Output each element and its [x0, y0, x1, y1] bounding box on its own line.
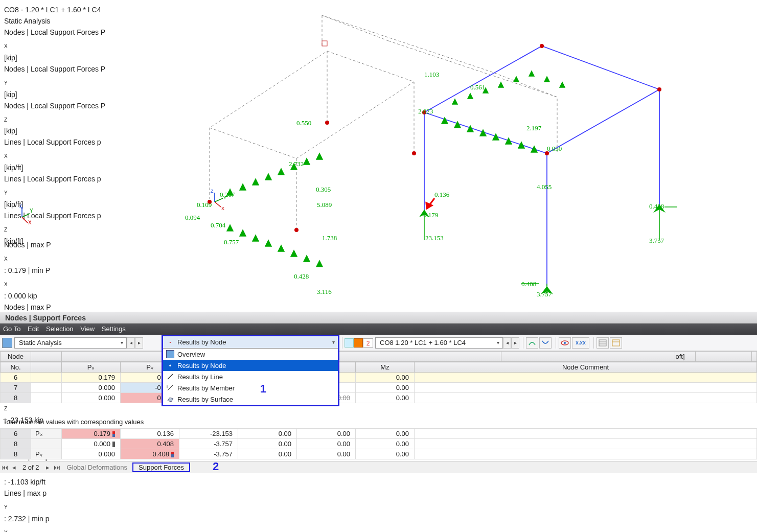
- bar-icon: [112, 431, 115, 437]
- tab-support-forces[interactable]: Support Forces: [132, 462, 190, 472]
- page-info: 2 of 2: [18, 464, 43, 471]
- svg-marker-40: [316, 153, 323, 159]
- svg-marker-43: [253, 235, 259, 241]
- col-px[interactable]: Pₓ: [62, 362, 121, 373]
- svg-rect-90: [322, 41, 327, 46]
- col-no[interactable]: No.: [1, 362, 31, 373]
- svg-text:0.408: 0.408: [521, 280, 536, 288]
- table-row[interactable]: 8 Pᵧ 0.000 0.408 -3.757 0.00 0.00 0.00: [1, 449, 757, 459]
- svg-text:0.094: 0.094: [185, 214, 200, 221]
- line-icon: [166, 373, 174, 381]
- tool-btn-b[interactable]: [539, 337, 552, 349]
- analysis-icon[interactable]: [2, 338, 12, 348]
- table-row[interactable]: 8 0.000 0.408 -3.757 0.00 0.00 0.00: [1, 439, 757, 449]
- col-node[interactable]: Node: [1, 352, 31, 362]
- col-mz2[interactable]: Mz: [356, 362, 415, 373]
- svg-point-14: [325, 121, 329, 125]
- loadcase-select[interactable]: CO8 1.20 * LC1 + 1.60 * LC4 ▾: [375, 337, 503, 349]
- tool-btn-a[interactable]: [526, 337, 538, 349]
- next-analysis-button[interactable]: ▸: [135, 337, 143, 349]
- svg-point-15: [412, 151, 416, 155]
- table-row[interactable]: 6 Pₓ 0.179 0.136 -23.153 0.00 0.00 0.00: [1, 429, 757, 439]
- sum-line: Lines | max pY : 2.732 | min pY : -0.428…: [4, 488, 53, 532]
- svg-marker-47: [304, 256, 310, 262]
- tool-btn-xxx[interactable]: x.xx: [572, 337, 589, 349]
- table-row[interactable]: 8 0.000 0.408 -3.757 0.00 0.00 0.00: [1, 393, 757, 403]
- svg-text:0.179: 0.179: [423, 211, 438, 219]
- bar-icon: [112, 442, 115, 447]
- loadcase-color2-icon: [354, 338, 363, 348]
- prev-loadcase-button[interactable]: ◂: [503, 337, 511, 349]
- menu-settings[interactable]: Settings: [102, 325, 126, 333]
- bar-icon: [171, 452, 174, 457]
- col-comment[interactable]: [752, 352, 757, 362]
- col-mz[interactable]: [696, 352, 752, 362]
- tool-btn-grid2[interactable]: [610, 337, 622, 349]
- svg-marker-36: [265, 174, 271, 180]
- tool-btn-eye[interactable]: [559, 337, 571, 349]
- nav-first-button[interactable]: ⏮: [0, 464, 9, 471]
- svg-text:3.757: 3.757: [537, 290, 552, 298]
- analysis-select[interactable]: Static Analysis ▾: [14, 337, 127, 349]
- table-row[interactable]: 6 0.179 0.136 0.00: [1, 373, 757, 383]
- svg-text:5.089: 5.089: [317, 201, 332, 209]
- dd-results-by-node[interactable]: • Results by Node: [163, 360, 338, 371]
- member-icon: I: [166, 384, 174, 392]
- chevron-down-icon: ▾: [332, 339, 335, 345]
- dd-results-by-member[interactable]: I Results by Member: [163, 382, 338, 394]
- svg-point-11: [657, 87, 661, 91]
- info-line: Nodes | Local Support Forces PY [kip]: [4, 63, 105, 100]
- svg-text:0.550: 0.550: [296, 119, 311, 127]
- svg-marker-25: [452, 99, 457, 104]
- svg-rect-93: [599, 340, 606, 346]
- svg-text:0.561: 0.561: [470, 83, 485, 91]
- results-dropdown[interactable]: • Results by Node ▾ Overview • Results b…: [162, 335, 339, 406]
- nav-next-button[interactable]: ▸: [43, 464, 53, 471]
- svg-line-86: [215, 202, 221, 207]
- prev-analysis-button[interactable]: ◂: [127, 337, 135, 349]
- svg-marker-35: [253, 179, 259, 185]
- svg-text:Z: Z: [19, 204, 22, 209]
- menu-goto[interactable]: Go To: [3, 325, 20, 333]
- svg-point-10: [540, 44, 544, 48]
- tab-global-deformations[interactable]: Global Deformations: [62, 464, 133, 471]
- tool-btn-grid1[interactable]: [597, 337, 609, 349]
- info-line: CO8 - 1.20 * LC1 + 1.60 * LC4: [4, 4, 105, 15]
- svg-line-98: [168, 374, 173, 379]
- svg-marker-32: [560, 82, 565, 87]
- dd-overview[interactable]: Overview: [163, 349, 338, 360]
- next-loadcase-button[interactable]: ▸: [511, 337, 519, 349]
- svg-text:23.153: 23.153: [425, 234, 444, 242]
- svg-text:1.103: 1.103: [424, 71, 439, 78]
- info-line: Nodes | Local Support Forces PZ [kip]: [4, 100, 105, 137]
- results-select-label: Results by Node: [177, 338, 226, 346]
- svg-marker-39: [304, 158, 310, 165]
- svg-text:0.428: 0.428: [294, 272, 309, 280]
- menu-view[interactable]: View: [80, 325, 95, 333]
- info-line: Static Analysis: [4, 15, 105, 27]
- menu-selection[interactable]: Selection: [46, 325, 73, 333]
- svg-marker-26: [468, 94, 473, 99]
- model-viewport[interactable]: CO8 - 1.20 * LC1 + 1.60 * LC4 Static Ana…: [0, 0, 757, 304]
- svg-marker-44: [265, 240, 271, 246]
- svg-text:X: X: [221, 206, 224, 211]
- svg-text:0.408: 0.408: [649, 202, 664, 210]
- dd-results-by-surface[interactable]: Results by Surface: [163, 394, 338, 405]
- svg-text:2.197: 2.197: [526, 124, 542, 132]
- svg-text:2.023: 2.023: [418, 107, 433, 115]
- annotation-2: 2: [213, 460, 219, 473]
- nav-prev-button[interactable]: ◂: [9, 464, 18, 471]
- svg-text:0.757: 0.757: [224, 238, 239, 246]
- col-comment2[interactable]: Node Comment: [415, 362, 757, 373]
- nav-last-button[interactable]: ⏭: [53, 464, 62, 471]
- surface-icon: [166, 395, 174, 403]
- svg-marker-31: [544, 77, 549, 82]
- menu-bar: Go To Edit Selection View Settings: [0, 323, 757, 335]
- svg-text:I: I: [167, 385, 168, 388]
- table-row[interactable]: 7 0.000 -0.408 0.00: [1, 383, 757, 393]
- dd-results-by-line[interactable]: Results by Line: [163, 371, 338, 382]
- menu-edit[interactable]: Edit: [28, 325, 39, 333]
- totals-table[interactable]: 6 Pₓ 0.179 0.136 -23.153 0.00 0.00 0.00 …: [0, 428, 757, 459]
- results-table[interactable]: Node Support Forces oft] No. Pₓ Pᵧ Mz No…: [0, 351, 757, 403]
- analysis-select-label: Static Analysis: [19, 339, 62, 346]
